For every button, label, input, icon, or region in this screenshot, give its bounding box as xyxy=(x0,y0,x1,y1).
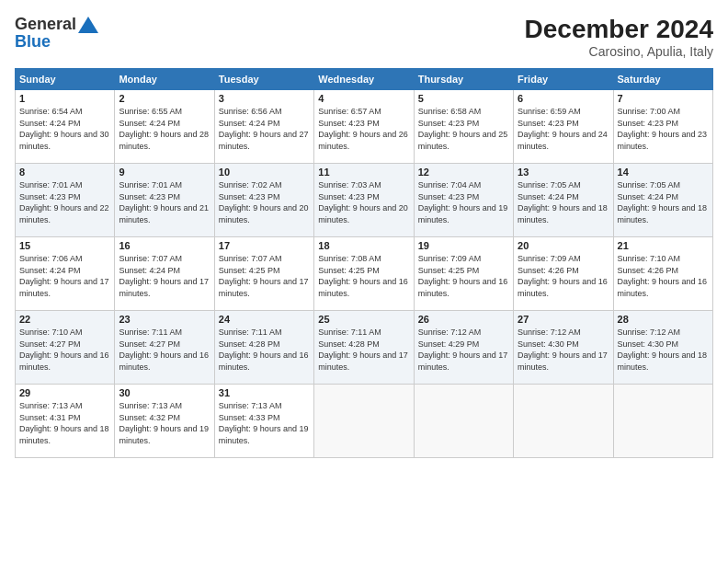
day-number: 31 xyxy=(219,387,310,398)
day-number: 8 xyxy=(19,167,110,178)
calendar-cell: 19 Sunrise: 7:09 AMSunset: 4:25 PMDaylig… xyxy=(414,237,513,311)
day-number: 26 xyxy=(418,314,509,325)
day-info: Sunrise: 6:56 AMSunset: 4:24 PMDaylight:… xyxy=(219,107,309,151)
day-number: 14 xyxy=(618,167,709,178)
day-number: 19 xyxy=(418,240,509,251)
day-number: 17 xyxy=(219,240,310,251)
day-number: 25 xyxy=(318,314,409,325)
day-info: Sunrise: 7:01 AMSunset: 4:23 PMDaylight:… xyxy=(19,180,109,224)
calendar-cell xyxy=(514,385,613,458)
day-info: Sunrise: 7:11 AMSunset: 4:28 PMDaylight:… xyxy=(219,327,309,372)
day-info: Sunrise: 7:07 AMSunset: 4:25 PMDaylight:… xyxy=(219,254,309,298)
calendar-cell: 23 Sunrise: 7:11 AMSunset: 4:27 PMDaylig… xyxy=(115,311,214,385)
page-subtitle: Carosino, Apulia, Italy xyxy=(525,44,713,59)
day-number: 18 xyxy=(318,240,409,251)
day-number: 28 xyxy=(618,314,709,325)
calendar-header: SundayMondayTuesdayWednesdayThursdayFrid… xyxy=(16,69,713,90)
day-number: 11 xyxy=(318,167,409,178)
header: General Blue December 2024 Carosino, Apu… xyxy=(15,15,713,59)
day-number: 21 xyxy=(618,240,709,251)
day-number: 4 xyxy=(318,93,409,104)
calendar-cell: 30 Sunrise: 7:13 AMSunset: 4:32 PMDaylig… xyxy=(115,385,214,458)
day-number: 12 xyxy=(418,167,509,178)
calendar-cell: 10 Sunrise: 7:02 AMSunset: 4:23 PMDaylig… xyxy=(214,164,313,237)
logo: General Blue xyxy=(15,15,98,52)
day-info: Sunrise: 7:10 AMSunset: 4:26 PMDaylight:… xyxy=(618,254,708,298)
day-info: Sunrise: 7:00 AMSunset: 4:23 PMDaylight:… xyxy=(618,107,708,151)
day-info: Sunrise: 6:55 AMSunset: 4:24 PMDaylight:… xyxy=(119,107,209,151)
calendar-cell: 25 Sunrise: 7:11 AMSunset: 4:28 PMDaylig… xyxy=(314,311,414,385)
day-info: Sunrise: 7:08 AMSunset: 4:25 PMDaylight:… xyxy=(318,254,408,298)
day-info: Sunrise: 7:01 AMSunset: 4:23 PMDaylight:… xyxy=(119,180,209,224)
calendar-cell: 21 Sunrise: 7:10 AMSunset: 4:26 PMDaylig… xyxy=(613,237,712,311)
calendar-cell: 27 Sunrise: 7:12 AMSunset: 4:30 PMDaylig… xyxy=(514,311,613,385)
day-info: Sunrise: 7:05 AMSunset: 4:24 PMDaylight:… xyxy=(518,180,608,224)
day-number: 24 xyxy=(219,314,310,325)
calendar-cell: 17 Sunrise: 7:07 AMSunset: 4:25 PMDaylig… xyxy=(214,237,313,311)
calendar-cell xyxy=(414,385,513,458)
day-number: 7 xyxy=(618,93,709,104)
calendar-cell: 26 Sunrise: 7:12 AMSunset: 4:29 PMDaylig… xyxy=(414,311,513,385)
day-number: 16 xyxy=(119,240,210,251)
weekday-header-sunday: Sunday xyxy=(16,69,115,90)
day-info: Sunrise: 7:12 AMSunset: 4:30 PMDaylight:… xyxy=(518,327,608,372)
logo-blue-text: Blue xyxy=(15,32,51,51)
weekday-header-friday: Friday xyxy=(514,69,613,90)
calendar-cell: 4 Sunrise: 6:57 AMSunset: 4:23 PMDayligh… xyxy=(314,90,414,164)
day-info: Sunrise: 6:59 AMSunset: 4:23 PMDaylight:… xyxy=(518,107,608,151)
calendar-cell: 29 Sunrise: 7:13 AMSunset: 4:31 PMDaylig… xyxy=(16,385,115,458)
calendar-cell: 12 Sunrise: 7:04 AMSunset: 4:23 PMDaylig… xyxy=(414,164,513,237)
title-block: December 2024 Carosino, Apulia, Italy xyxy=(525,15,713,59)
calendar-cell: 15 Sunrise: 7:06 AMSunset: 4:24 PMDaylig… xyxy=(16,237,115,311)
day-number: 1 xyxy=(19,93,110,104)
weekday-header-tuesday: Tuesday xyxy=(214,69,313,90)
day-info: Sunrise: 7:13 AMSunset: 4:32 PMDaylight:… xyxy=(119,401,209,445)
day-number: 5 xyxy=(418,93,509,104)
calendar-cell: 28 Sunrise: 7:12 AMSunset: 4:30 PMDaylig… xyxy=(613,311,712,385)
calendar-cell: 8 Sunrise: 7:01 AMSunset: 4:23 PMDayligh… xyxy=(16,164,115,237)
day-number: 29 xyxy=(19,387,110,398)
day-info: Sunrise: 7:12 AMSunset: 4:29 PMDaylight:… xyxy=(418,327,508,372)
day-info: Sunrise: 7:03 AMSunset: 4:23 PMDaylight:… xyxy=(318,180,408,224)
calendar-cell: 9 Sunrise: 7:01 AMSunset: 4:23 PMDayligh… xyxy=(115,164,214,237)
weekday-header-wednesday: Wednesday xyxy=(314,69,414,90)
calendar-cell: 2 Sunrise: 6:55 AMSunset: 4:24 PMDayligh… xyxy=(115,90,214,164)
day-info: Sunrise: 7:10 AMSunset: 4:27 PMDaylight:… xyxy=(19,327,109,372)
calendar-cell: 11 Sunrise: 7:03 AMSunset: 4:23 PMDaylig… xyxy=(314,164,414,237)
day-number: 3 xyxy=(219,93,310,104)
day-info: Sunrise: 7:11 AMSunset: 4:28 PMDaylight:… xyxy=(318,327,408,372)
weekday-header-monday: Monday xyxy=(115,69,214,90)
calendar-cell: 7 Sunrise: 7:00 AMSunset: 4:23 PMDayligh… xyxy=(613,90,712,164)
logo-general: General xyxy=(15,15,76,34)
calendar-cell: 31 Sunrise: 7:13 AMSunset: 4:33 PMDaylig… xyxy=(214,385,313,458)
weekday-header-thursday: Thursday xyxy=(414,69,513,90)
calendar-cell: 18 Sunrise: 7:08 AMSunset: 4:25 PMDaylig… xyxy=(314,237,414,311)
day-info: Sunrise: 6:57 AMSunset: 4:23 PMDaylight:… xyxy=(318,107,408,151)
day-number: 23 xyxy=(119,314,210,325)
calendar-cell xyxy=(613,385,712,458)
weekday-header-saturday: Saturday xyxy=(613,69,712,90)
calendar-cell: 22 Sunrise: 7:10 AMSunset: 4:27 PMDaylig… xyxy=(16,311,115,385)
calendar-cell: 16 Sunrise: 7:07 AMSunset: 4:24 PMDaylig… xyxy=(115,237,214,311)
day-number: 27 xyxy=(518,314,609,325)
calendar-cell: 20 Sunrise: 7:09 AMSunset: 4:26 PMDaylig… xyxy=(514,237,613,311)
day-number: 13 xyxy=(518,167,609,178)
logo-icon xyxy=(78,17,98,33)
day-info: Sunrise: 7:06 AMSunset: 4:24 PMDaylight:… xyxy=(19,254,109,298)
day-number: 10 xyxy=(219,167,310,178)
calendar-cell: 5 Sunrise: 6:58 AMSunset: 4:23 PMDayligh… xyxy=(414,90,513,164)
calendar-cell: 3 Sunrise: 6:56 AMSunset: 4:24 PMDayligh… xyxy=(214,90,313,164)
day-info: Sunrise: 6:54 AMSunset: 4:24 PMDaylight:… xyxy=(19,107,109,151)
calendar-cell: 24 Sunrise: 7:11 AMSunset: 4:28 PMDaylig… xyxy=(214,311,313,385)
calendar-cell xyxy=(314,385,414,458)
calendar-cell: 14 Sunrise: 7:05 AMSunset: 4:24 PMDaylig… xyxy=(613,164,712,237)
svg-marker-0 xyxy=(78,17,98,33)
day-number: 22 xyxy=(19,314,110,325)
calendar-cell: 13 Sunrise: 7:05 AMSunset: 4:24 PMDaylig… xyxy=(514,164,613,237)
day-info: Sunrise: 6:58 AMSunset: 4:23 PMDaylight:… xyxy=(418,107,508,151)
day-number: 2 xyxy=(119,93,210,104)
day-info: Sunrise: 7:07 AMSunset: 4:24 PMDaylight:… xyxy=(119,254,209,298)
calendar-table: SundayMondayTuesdayWednesdayThursdayFrid… xyxy=(15,68,713,458)
day-number: 20 xyxy=(518,240,609,251)
page-title: December 2024 xyxy=(525,15,713,44)
